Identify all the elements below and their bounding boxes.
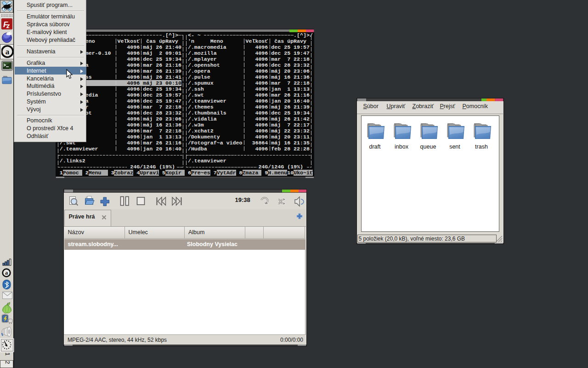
svg-text:a: a [5,270,8,276]
svg-text:a: a [6,47,10,56]
svg-text:z: z [6,22,10,29]
